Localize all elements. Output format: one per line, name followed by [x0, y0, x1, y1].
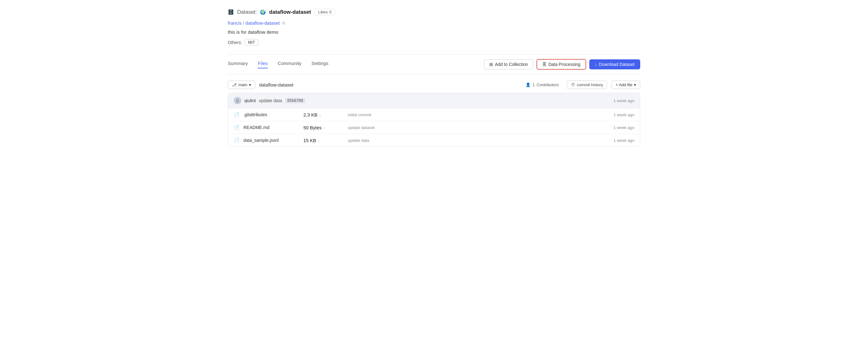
- breadcrumb-user[interactable]: francis: [228, 20, 242, 26]
- file-name[interactable]: data_sample.jsonl: [243, 138, 300, 143]
- likes-badge[interactable]: Likes 0: [314, 9, 336, 15]
- actions-bar: ⊞ Add to Collection 🗄 Data Processing ↓ …: [484, 59, 640, 70]
- file-commit-message: update dataset: [335, 125, 610, 130]
- repo-description: this is for dataflow demo: [228, 29, 640, 35]
- branch-icon: ⎇: [232, 83, 237, 87]
- repo-name: dataflow-dataset: [269, 9, 311, 15]
- branch-selector[interactable]: ⎇ main ▾: [228, 81, 255, 89]
- tags-label: Others:: [228, 40, 242, 45]
- commit-message: update data: [259, 98, 282, 103]
- add-to-collection-button[interactable]: ⊞ Add to Collection: [484, 59, 533, 69]
- add-file-button[interactable]: + Add file ▾: [612, 81, 640, 89]
- avatar-initials: Q: [236, 99, 239, 102]
- repo-path: dataflow-dataset: [259, 82, 293, 88]
- commit-time: 1 week ago: [614, 98, 634, 103]
- commit-history-button[interactable]: ⏱ commit history: [567, 81, 607, 89]
- add-file-label: + Add file: [616, 83, 632, 87]
- likes-label: Likes: [318, 10, 328, 14]
- tabs: Summary Files Community Settings: [228, 61, 329, 68]
- download-label: Download Dataset: [599, 62, 634, 67]
- file-browser-toolbar: ⎇ main ▾ dataflow-dataset 👤 1 Contributo…: [228, 81, 640, 89]
- repo-header: 🗄️ Dataset: 🌍 dataflow-dataset Likes 0: [228, 9, 640, 15]
- file-size-group: 2.3 KB ↓: [303, 112, 332, 118]
- file-size: 2.3 KB: [303, 112, 317, 118]
- commit-avatar: Q: [234, 97, 241, 104]
- download-icon: ↓: [595, 62, 597, 67]
- file-table: Q qiulint update data 05b6708 1 week ago…: [228, 93, 640, 147]
- branch-name: main: [239, 83, 247, 87]
- toolbar-left: ⎇ main ▾ dataflow-dataset: [228, 81, 293, 89]
- repo-tags: Others: MIT: [228, 39, 640, 45]
- breadcrumb: francis / dataflow-dataset ⧉: [228, 20, 640, 26]
- contributors-label: Contributors: [537, 83, 559, 87]
- file-size: 50 Bytes: [303, 125, 321, 130]
- breadcrumb-repo[interactable]: dataflow-dataset: [245, 20, 280, 26]
- add-collection-icon: ⊞: [489, 62, 493, 67]
- dataset-label: Dataset:: [237, 9, 257, 15]
- file-time: 1 week ago: [614, 125, 634, 130]
- tab-community[interactable]: Community: [278, 61, 302, 68]
- file-icon: 📄: [234, 137, 240, 143]
- data-processing-icon: 🗄: [542, 62, 547, 67]
- download-file-icon[interactable]: ↓: [319, 113, 321, 117]
- download-file-icon[interactable]: ↓: [323, 125, 325, 130]
- add-file-chevron-icon: ▾: [634, 83, 636, 87]
- tab-files[interactable]: Files: [258, 61, 268, 68]
- add-collection-label: Add to Collection: [495, 62, 528, 67]
- file-name[interactable]: .gitattributes: [243, 112, 300, 117]
- contributors-count: 1: [532, 83, 535, 87]
- file-icon: 📄: [234, 112, 240, 118]
- likes-count: 0: [329, 10, 332, 14]
- file-row: 📄 data_sample.jsonl 15 KB ↓ update data …: [228, 134, 640, 147]
- file-icon: 📄: [234, 125, 240, 130]
- commit-user[interactable]: qiulint: [244, 98, 256, 103]
- file-size-group: 15 KB ↓: [303, 138, 332, 143]
- chevron-down-icon: ▾: [249, 83, 251, 87]
- commit-history-label: commit history: [577, 83, 603, 87]
- download-dataset-button[interactable]: ↓ Download Dataset: [589, 59, 640, 69]
- file-row: 📄 .gitattributes 2.3 KB ↓ initial commit…: [228, 108, 640, 121]
- file-row: 📄 README.md 50 Bytes ↓ update dataset 1 …: [228, 121, 640, 134]
- tab-settings[interactable]: Settings: [312, 61, 329, 68]
- file-size: 15 KB: [303, 138, 316, 143]
- file-commit-message: initial commit: [335, 113, 610, 117]
- repo-emoji: 🌍: [260, 9, 266, 15]
- file-size-group: 50 Bytes ↓: [303, 125, 332, 130]
- history-icon: ⏱: [571, 83, 575, 87]
- tabs-actions-row: Summary Files Community Settings ⊞ Add t…: [228, 55, 640, 74]
- file-time: 1 week ago: [614, 113, 634, 117]
- copy-icon[interactable]: ⧉: [282, 21, 285, 26]
- tag-mit[interactable]: MIT: [245, 39, 258, 45]
- file-time: 1 week ago: [614, 138, 634, 143]
- download-file-icon[interactable]: ↓: [318, 138, 320, 143]
- contributors-button[interactable]: 👤 1 Contributors: [522, 81, 562, 89]
- dataset-icon: 🗄️: [228, 9, 234, 15]
- breadcrumb-separator: /: [243, 20, 244, 26]
- data-processing-button[interactable]: 🗄 Data Processing: [536, 59, 586, 70]
- file-name[interactable]: README.md: [243, 125, 300, 130]
- file-commit-message: update data: [335, 138, 610, 143]
- contributors-icon: 👤: [526, 83, 531, 87]
- tab-summary[interactable]: Summary: [228, 61, 248, 68]
- toolbar-right: 👤 1 Contributors ⏱ commit history + Add …: [522, 81, 640, 89]
- commit-row: Q qiulint update data 05b6708 1 week ago: [228, 93, 640, 108]
- commit-hash[interactable]: 05b6708: [285, 98, 306, 103]
- data-processing-label: Data Processing: [548, 62, 581, 67]
